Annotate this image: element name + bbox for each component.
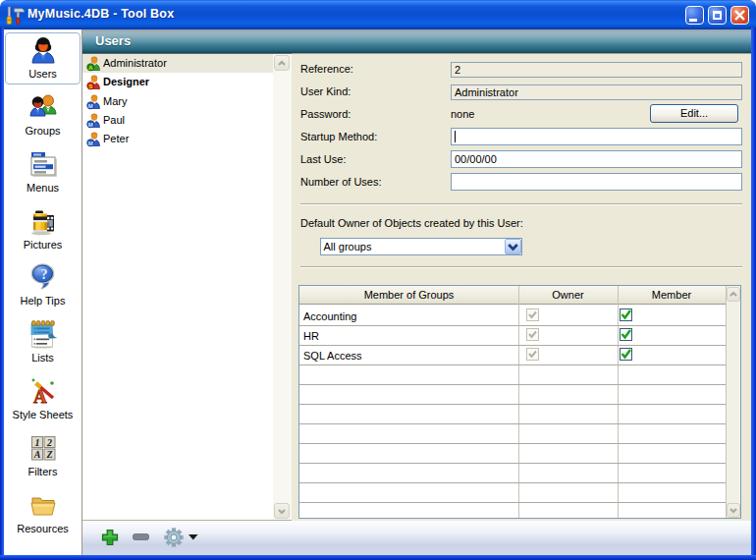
- svg-text:M: M: [88, 140, 93, 146]
- svg-text:Z: Z: [45, 449, 52, 460]
- svg-text:M: M: [88, 122, 93, 128]
- svg-text:A: A: [32, 449, 40, 460]
- svg-text:?: ?: [40, 267, 47, 282]
- svg-text:2: 2: [46, 437, 52, 448]
- svg-text:A: A: [88, 64, 93, 71]
- svg-text:M: M: [88, 103, 93, 109]
- svg-text:S: S: [88, 83, 92, 89]
- svg-text:1: 1: [34, 437, 39, 448]
